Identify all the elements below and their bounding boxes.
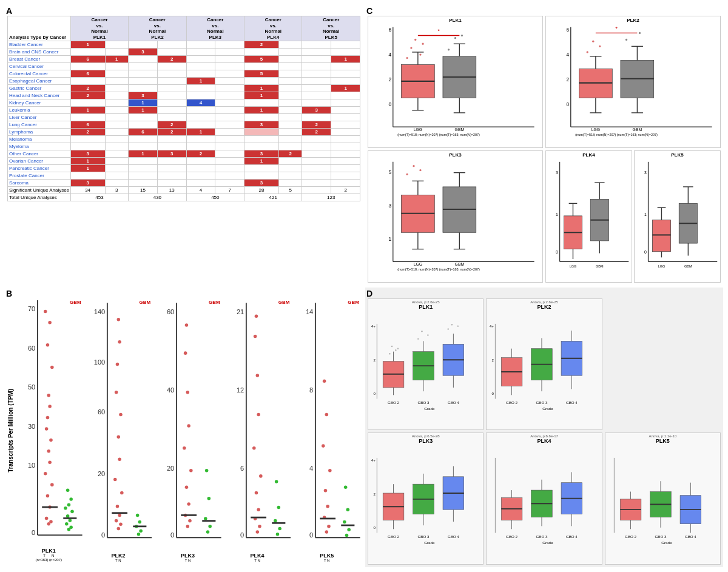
plk3-header: Cancervs.NormalPLK3 (186, 16, 244, 41)
cell (157, 78, 186, 85)
cell: 1 (244, 85, 279, 92)
svg-point-106 (254, 314, 258, 318)
cell: 3 (244, 150, 279, 158)
cell (105, 85, 129, 92)
svg-point-34 (67, 503, 71, 506)
cell (331, 180, 360, 187)
cell (129, 165, 158, 172)
significant-label: Significant Unique Analyses (8, 187, 71, 194)
boxplot-plk3: PLK3 5 3 1 (368, 150, 543, 283)
cell: 6 (70, 121, 105, 129)
cell: 2 (157, 56, 186, 63)
svg-point-103 (257, 412, 260, 416)
cell (186, 143, 215, 150)
table-row: Bladder Cancer 1 2 (8, 41, 360, 49)
svg-point-53 (116, 435, 120, 439)
cell (186, 165, 215, 172)
svg-point-52 (118, 457, 121, 461)
svg-point-85 (209, 525, 212, 528)
cell (302, 99, 331, 107)
svg-text:60: 60 (167, 308, 174, 315)
cell (70, 172, 105, 180)
panel-d-label: D (366, 289, 372, 298)
svg-point-100 (254, 491, 258, 494)
cell: 3 (129, 92, 158, 99)
strip-svg-plk4: 21 12 6 0 (224, 300, 291, 552)
strip-svg-plk1: 70 60 50 30 10 0 (15, 300, 83, 547)
svg-text:2: 2 (492, 357, 494, 362)
svg-point-61 (139, 529, 143, 533)
cell: 421 (244, 194, 302, 201)
panel-b-label: B (6, 289, 12, 298)
violin-plk4-title: PLK4 (488, 438, 600, 444)
svg-point-19 (46, 416, 50, 419)
cell (215, 85, 244, 92)
cell (302, 187, 331, 194)
cell (278, 85, 302, 92)
cell (105, 129, 129, 136)
violin-plk2-title: PLK2 (488, 304, 600, 310)
svg-point-76 (185, 485, 189, 489)
cell (302, 41, 331, 49)
cell: 1 (331, 56, 360, 63)
svg-point-181 (587, 51, 588, 53)
svg-text:(num(T)=163; num(N)=207): (num(T)=163; num(N)=207) (439, 133, 480, 136)
svg-point-210 (419, 169, 421, 171)
cell (157, 70, 186, 78)
cell (186, 49, 215, 56)
table-row: Esophageal Cancer 1 (8, 78, 360, 85)
cell (244, 165, 279, 172)
svg-point-12 (46, 494, 50, 497)
cell (302, 78, 331, 85)
cell (215, 129, 244, 136)
cell: 1 (70, 165, 105, 172)
svg-point-132 (343, 520, 346, 523)
cell (105, 121, 129, 129)
svg-point-151 (410, 47, 412, 49)
cancer-label: Lung Cancer (8, 121, 71, 129)
table-row: Myeloma (8, 143, 360, 150)
svg-point-30 (69, 519, 72, 522)
svg-point-109 (278, 527, 281, 530)
cell (215, 143, 244, 150)
strip-svg-plk5: 14 8 4 0 (293, 300, 360, 552)
svg-text:GBO 4: GBO 4 (448, 534, 459, 539)
cell (331, 78, 360, 85)
cell (129, 143, 158, 150)
cancer-label: Pancreatic Cancer (8, 165, 71, 172)
svg-point-127 (325, 412, 329, 416)
svg-point-111 (277, 505, 280, 509)
cell (129, 78, 158, 85)
cell (129, 85, 158, 92)
strip-svg-plk3: 60 40 20 0 (154, 300, 221, 552)
cell: 2 (302, 121, 331, 129)
cell (186, 180, 215, 187)
svg-point-84 (206, 530, 210, 534)
violin-plk5-title: PLK5 (607, 438, 719, 444)
cancer-label: Prostate Cancer (8, 172, 71, 180)
svg-text:GBO 2: GBO 2 (506, 534, 517, 539)
cell: 2 (278, 150, 302, 158)
cell (215, 172, 244, 180)
cell (186, 41, 215, 49)
violin-plk2: Anova, p:2.6e-25 PLK2 4+ 2 0 (486, 298, 602, 431)
svg-point-64 (135, 513, 139, 517)
cell: 3 (129, 49, 158, 56)
svg-text:0: 0 (492, 391, 494, 395)
cell (302, 92, 331, 99)
svg-text:140: 140 (93, 308, 104, 315)
svg-point-126 (322, 444, 325, 448)
svg-point-81 (184, 351, 187, 355)
cell: 3 (157, 150, 186, 158)
cell (70, 114, 105, 121)
strip-xlabel-plk4: T N (254, 559, 260, 562)
cell: 6 (70, 70, 105, 78)
cell (331, 172, 360, 180)
cancer-label: Bladder Cancer (8, 41, 71, 49)
svg-point-51 (113, 477, 117, 481)
svg-text:0: 0 (240, 531, 244, 539)
cell (278, 99, 302, 107)
cancer-label: Melanoma (8, 136, 71, 143)
strip-xlabel-plk5: T N (324, 559, 330, 562)
svg-point-110 (274, 519, 277, 522)
